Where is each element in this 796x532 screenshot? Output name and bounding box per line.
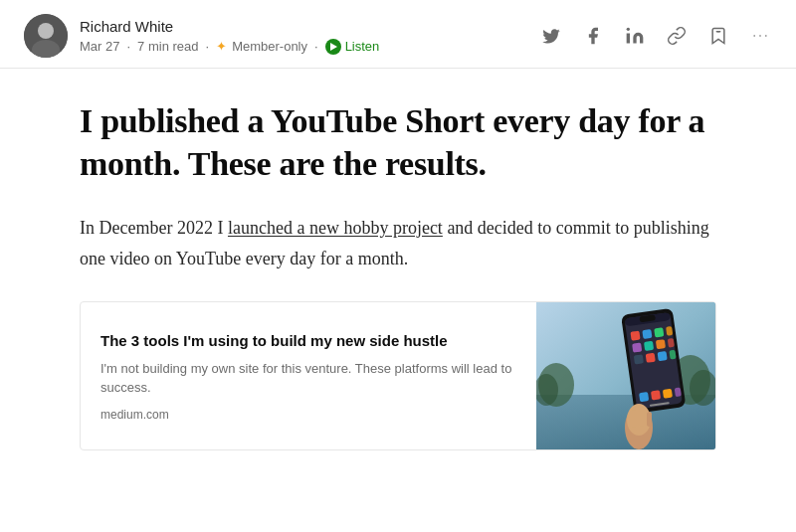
listen-play-icon bbox=[325, 39, 341, 55]
svg-rect-23 bbox=[632, 343, 642, 353]
content-area: I published a YouTube Short every day fo… bbox=[0, 69, 796, 482]
svg-rect-21 bbox=[654, 327, 664, 337]
author-section: Richard White Mar 27 · 7 min read · ✦ Me… bbox=[24, 14, 379, 58]
meta-read: 7 min read bbox=[137, 39, 198, 54]
embed-card[interactable]: The 3 tools I'm using to build my new si… bbox=[80, 301, 716, 450]
body-link-text: launched a new hobby project bbox=[228, 218, 443, 238]
body-prefix: In December 2022 I bbox=[80, 218, 228, 238]
svg-rect-19 bbox=[630, 331, 640, 341]
play-triangle bbox=[330, 43, 337, 51]
twitter-icon bbox=[541, 26, 561, 46]
linkedin-button[interactable] bbox=[623, 24, 647, 48]
listen-label: Listen bbox=[345, 39, 380, 54]
copy-link-button[interactable] bbox=[665, 24, 689, 48]
svg-rect-31 bbox=[639, 392, 649, 402]
svg-point-8 bbox=[753, 35, 755, 37]
article-body: In December 2022 I launched a new hobby … bbox=[80, 213, 716, 273]
embed-domain: medium.com bbox=[100, 408, 516, 422]
svg-point-1 bbox=[38, 23, 54, 39]
dot-sep-1: · bbox=[126, 39, 130, 54]
author-info: Richard White Mar 27 · 7 min read · ✦ Me… bbox=[80, 17, 379, 55]
svg-rect-28 bbox=[646, 353, 656, 363]
hobby-project-link[interactable]: launched a new hobby project bbox=[228, 218, 443, 238]
svg-rect-38 bbox=[631, 410, 637, 428]
svg-rect-32 bbox=[651, 391, 661, 401]
svg-rect-40 bbox=[647, 412, 652, 427]
dot-sep-3: · bbox=[314, 39, 318, 54]
article-title: I published a YouTube Short every day fo… bbox=[80, 100, 716, 185]
svg-rect-33 bbox=[663, 389, 673, 399]
save-button[interactable] bbox=[706, 24, 730, 48]
dot-sep-2: · bbox=[206, 39, 210, 54]
bookmark-icon bbox=[708, 26, 728, 46]
svg-rect-29 bbox=[658, 351, 668, 361]
member-label: Member-only bbox=[232, 39, 307, 54]
svg-point-7 bbox=[765, 35, 767, 37]
more-icon bbox=[750, 26, 770, 46]
listen-button[interactable]: Listen bbox=[325, 39, 380, 55]
avatar[interactable] bbox=[24, 14, 68, 58]
linkedin-icon bbox=[625, 26, 645, 46]
author-name[interactable]: Richard White bbox=[80, 17, 379, 37]
facebook-icon bbox=[583, 26, 603, 46]
svg-point-6 bbox=[759, 35, 761, 37]
svg-rect-24 bbox=[644, 341, 654, 351]
top-bar: Richard White Mar 27 · 7 min read · ✦ Me… bbox=[0, 0, 796, 69]
embed-title: The 3 tools I'm using to build my new si… bbox=[100, 331, 516, 351]
embed-text-area: The 3 tools I'm using to build my new si… bbox=[81, 302, 536, 449]
embed-image bbox=[536, 302, 715, 449]
facebook-button[interactable] bbox=[581, 24, 605, 48]
svg-rect-39 bbox=[639, 407, 645, 427]
author-meta: Mar 27 · 7 min read · ✦ Member-only · Li… bbox=[80, 39, 379, 55]
twitter-button[interactable] bbox=[539, 24, 563, 48]
embed-image-svg bbox=[536, 302, 715, 449]
svg-rect-20 bbox=[642, 329, 652, 339]
member-star-icon: ✦ bbox=[216, 39, 227, 54]
svg-point-4 bbox=[627, 28, 630, 31]
svg-rect-25 bbox=[656, 339, 666, 349]
meta-date: Mar 27 bbox=[80, 39, 119, 54]
more-button[interactable] bbox=[748, 24, 772, 48]
svg-rect-27 bbox=[634, 355, 644, 365]
embed-description: I'm not building my own site for this ve… bbox=[100, 359, 516, 398]
link-icon bbox=[667, 26, 687, 46]
action-icons bbox=[539, 24, 772, 48]
